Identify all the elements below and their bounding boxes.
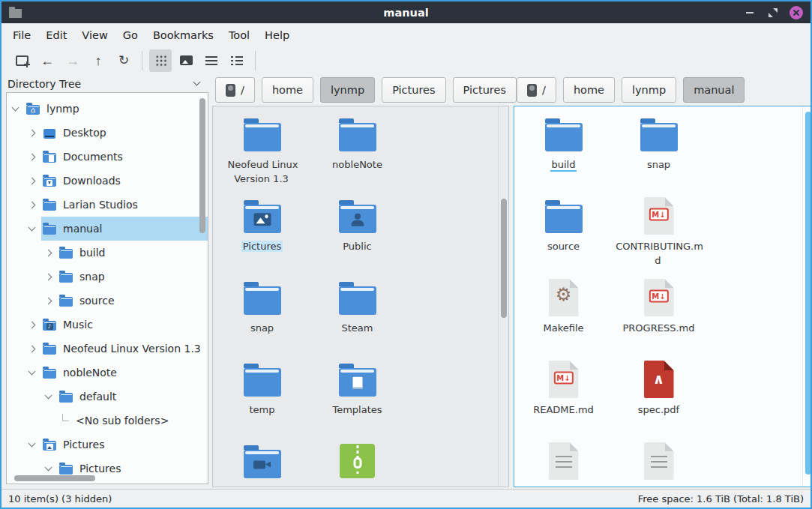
chevron-right-icon[interactable] [45, 297, 52, 304]
home-folder-icon: ⌂ [26, 105, 40, 115]
tree-item-snap[interactable]: snap [7, 265, 208, 289]
file-styleguide-rst[interactable]: StyleGuide.rst [611, 439, 706, 487]
right-pane: /homelynmpmanual buildsnapsourceM↓CONTRI… [514, 74, 811, 489]
path-segment-root[interactable]: / [517, 77, 556, 103]
sidebar-horizontal-scrollbar[interactable] [14, 475, 95, 481]
chevron-down-icon[interactable] [45, 464, 52, 472]
file-source[interactable]: source [516, 194, 611, 276]
path-segment-lynmp[interactable]: lynmp [320, 77, 375, 103]
icon-view-button[interactable] [149, 49, 172, 72]
tree-item-source[interactable]: source [7, 289, 208, 313]
file-label: Templates [331, 404, 383, 415]
thumbnail-view-button[interactable] [175, 49, 197, 72]
tree-item-build[interactable]: build [7, 241, 208, 265]
menu-tool[interactable]: Tool [221, 26, 257, 44]
left-file-view[interactable]: Neofeud Linux Version 1.3nobleNotePictur… [212, 106, 509, 487]
chevron-right-icon[interactable] [28, 129, 36, 136]
close-button[interactable] [790, 6, 803, 19]
chevron-right-icon[interactable] [28, 153, 36, 160]
file-build[interactable]: build [516, 112, 611, 194]
file-noblenote[interactable]: nobleNote [310, 112, 405, 194]
detailed-view-button[interactable] [226, 49, 248, 72]
file-spec-pdf[interactable]: ∧spec.pdf [611, 358, 706, 439]
menu-view[interactable]: View [74, 26, 115, 44]
minimize-button[interactable] [743, 6, 757, 19]
chevron-right-icon[interactable] [28, 201, 36, 208]
tree-item-music[interactable]: ♪Music [7, 313, 208, 337]
file-memes-tar-gz[interactable]: memes.tar.gz [310, 439, 405, 487]
file-temp[interactable]: temp [214, 358, 310, 439]
tree-item-larian-studios[interactable]: Larian Studios [7, 193, 208, 217]
close-icon [790, 6, 803, 19]
pdf-icon: ∧ [644, 361, 674, 398]
back-button[interactable]: ← [36, 49, 58, 72]
file-spec-rst[interactable]: spec.rst [516, 439, 611, 487]
tree-item-label: Music [63, 319, 93, 331]
path-segment-root[interactable]: / [215, 77, 255, 103]
chevron-down-icon[interactable] [12, 104, 19, 112]
tree-item-manual[interactable]: manual [7, 217, 208, 241]
chevron-down-icon[interactable] [28, 440, 36, 448]
file-label: Videos [244, 486, 280, 487]
file-public[interactable]: Public [310, 194, 405, 276]
path-segment-manual[interactable]: manual [683, 77, 745, 103]
tree-item-desktop[interactable]: Desktop [7, 121, 208, 145]
menu-edit[interactable]: Edit [38, 26, 74, 44]
tree-item-downloads[interactable]: Downloads [7, 169, 208, 193]
menu-help[interactable]: Help [257, 26, 297, 44]
file-pictures[interactable]: Pictures [214, 194, 310, 276]
path-segment-lynmp[interactable]: lynmp [622, 77, 676, 103]
main-area: Directory Tree ⌂lynmpDesktopDocumentsDow… [1, 74, 811, 489]
left-scrollbar-thumb[interactable] [501, 199, 507, 318]
right-scrollbar-thumb[interactable] [805, 112, 811, 475]
tree-item-noblenote[interactable]: nobleNote [7, 361, 208, 385]
folder-icon [244, 286, 281, 315]
file-progress-md[interactable]: M↓PROGRESS.md [611, 276, 706, 358]
path-segment-home[interactable]: home [563, 77, 615, 103]
chevron-down-icon[interactable] [45, 392, 52, 400]
tree-item-documents[interactable]: Documents [7, 145, 208, 169]
file-videos[interactable]: Videos [214, 439, 310, 487]
right-file-view[interactable]: buildsnapsourceM↓CONTRIBUTING.md⚙Makefil… [514, 106, 811, 487]
compact-view-button[interactable] [200, 49, 223, 72]
file-steam[interactable]: Steam [310, 276, 405, 358]
file-snap[interactable]: snap [611, 112, 706, 194]
chevron-down-icon[interactable] [193, 79, 201, 86]
chevron-right-icon[interactable] [45, 273, 52, 280]
menu-bookmarks[interactable]: Bookmarks [145, 26, 221, 44]
tree-item-lynmp[interactable]: ⌂lynmp [7, 97, 208, 121]
path-segment-pictures[interactable]: Pictures [453, 77, 517, 103]
tree-item-no-sub-folders[interactable]: <No sub folders> [7, 409, 208, 433]
path-segment-pictures[interactable]: Pictures [382, 77, 445, 103]
new-tab-button[interactable] [10, 49, 33, 72]
chevron-right-icon[interactable] [28, 177, 36, 184]
chevron-down-icon[interactable] [28, 224, 36, 232]
left-scrollbar-track[interactable] [498, 106, 508, 487]
sidebar-vertical-scrollbar[interactable] [199, 98, 205, 233]
chevron-right-icon[interactable] [28, 321, 36, 328]
menu-file[interactable]: File [5, 26, 38, 44]
file-makefile[interactable]: ⚙Makefile [516, 276, 611, 358]
folder-icon [339, 286, 376, 315]
file-readme-md[interactable]: M↓README.md [516, 358, 611, 439]
right-scrollbar-track[interactable] [802, 106, 811, 487]
file-templates[interactable]: Templates [310, 358, 405, 439]
path-segment-home[interactable]: home [262, 77, 313, 103]
tree-item-label: Desktop [63, 127, 106, 139]
tree-item-default[interactable]: default [7, 385, 208, 409]
tree-item-pictures[interactable]: Pictures [7, 433, 208, 457]
forward-button[interactable]: → [61, 49, 84, 72]
up-button[interactable]: ↑ [87, 49, 109, 72]
music-folder-icon: ♪ [43, 321, 56, 331]
menu-go[interactable]: Go [115, 26, 145, 44]
chevron-right-icon[interactable] [45, 249, 52, 256]
chevron-down-icon[interactable] [28, 368, 36, 376]
chevron-right-icon[interactable] [28, 345, 36, 352]
tree-item-neofeud-linux-version-1-3[interactable]: Neofeud Linux Version 1.3 [7, 337, 208, 361]
file-label: CONTRIBUTING.md [614, 241, 703, 266]
file-snap[interactable]: snap [214, 276, 310, 358]
reload-button[interactable]: ↻ [112, 49, 135, 72]
maximize-button[interactable] [766, 6, 780, 19]
file-contributing-md[interactable]: M↓CONTRIBUTING.md [611, 194, 706, 276]
file-neofeud-linux-version-1-3[interactable]: Neofeud Linux Version 1.3 [214, 112, 310, 194]
